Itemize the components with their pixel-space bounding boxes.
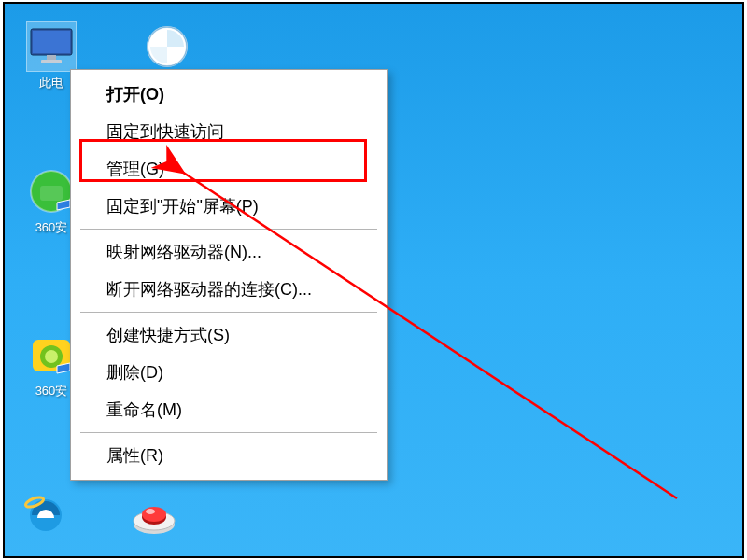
menu-separator [80, 312, 377, 313]
context-menu: 打开(O) 固定到快速访问 管理(G) 固定到"开始"屏幕(P) 映射网络驱动器… [70, 69, 388, 481]
svg-rect-2 [47, 55, 56, 60]
push-button-icon [130, 489, 178, 538]
menu-rename[interactable]: 重命名(M) [73, 391, 385, 428]
svg-point-18 [142, 507, 166, 522]
red-button-icon[interactable] [130, 489, 178, 538]
svg-point-11 [45, 350, 58, 363]
menu-separator [80, 229, 377, 230]
sec-360-label: 360安 [35, 219, 68, 236]
svg-point-19 [146, 509, 155, 514]
shield-icon [27, 167, 76, 216]
internet-explorer-icon [21, 489, 70, 538]
menu-map-drive[interactable]: 映射网络驱动器(N)... [73, 233, 385, 271]
sogou-browser-icon[interactable] [132, 22, 203, 71]
menu-delete[interactable]: 删除(D) [73, 354, 385, 391]
menu-pin-start[interactable]: 固定到"开始"屏幕(P) [73, 188, 385, 225]
desktop[interactable]: 此电 360安 [5, 4, 742, 556]
menu-disconnect-drive[interactable]: 断开网络驱动器的连接(C)... [73, 271, 385, 308]
svg-rect-3 [41, 60, 62, 63]
svg-rect-1 [33, 31, 70, 53]
ie-icon[interactable] [21, 489, 70, 538]
menu-pin-quick-access[interactable]: 固定到快速访问 [73, 113, 385, 150]
appstore-icon [27, 330, 76, 379]
this-pc-label: 此电 [39, 75, 63, 91]
browser-icon [143, 22, 191, 71]
menu-create-shortcut[interactable]: 创建快捷方式(S) [73, 316, 385, 354]
svg-rect-8 [40, 186, 63, 201]
menu-properties[interactable]: 属性(R) [73, 437, 385, 474]
menu-manage[interactable]: 管理(G) [73, 150, 385, 188]
monitor-icon [27, 22, 76, 71]
soft-360-label: 360安 [35, 383, 68, 399]
menu-separator [80, 432, 377, 433]
menu-open[interactable]: 打开(O) [73, 76, 385, 113]
